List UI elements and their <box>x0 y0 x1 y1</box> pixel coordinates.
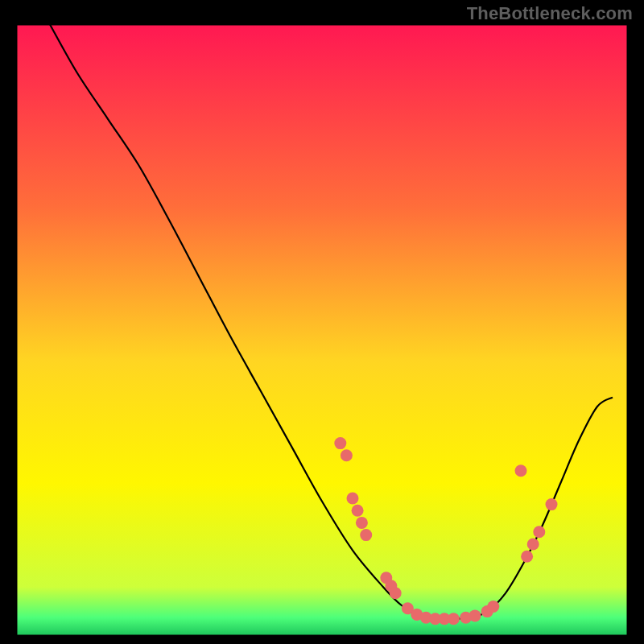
data-marker <box>448 613 460 625</box>
data-marker <box>515 464 527 477</box>
data-marker <box>341 449 353 461</box>
data-marker <box>487 601 499 613</box>
data-marker <box>360 529 372 541</box>
data-marker <box>521 551 533 563</box>
chart-svg <box>0 0 644 644</box>
data-marker <box>546 498 558 510</box>
data-marker <box>469 609 481 621</box>
chart-container: TheBottleneck.com <box>0 0 644 644</box>
watermark-text: TheBottleneck.com <box>467 3 633 24</box>
data-marker <box>390 587 402 599</box>
data-marker <box>527 539 539 551</box>
data-marker <box>352 505 364 517</box>
data-marker <box>347 493 359 505</box>
data-marker <box>334 437 346 449</box>
data-marker <box>533 526 545 538</box>
data-marker <box>356 517 368 529</box>
